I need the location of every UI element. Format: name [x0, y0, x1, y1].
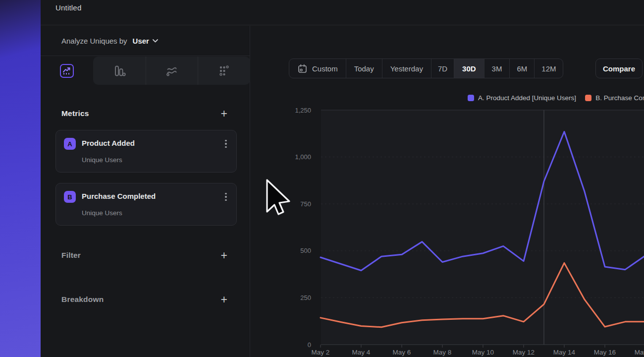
- range-button-custom[interactable]: Custom: [289, 59, 346, 78]
- compare-button[interactable]: Compare: [595, 59, 643, 78]
- metric-menu-button[interactable]: [221, 138, 230, 149]
- legend-swatch-b: [585, 95, 591, 101]
- chevron-down-icon: [153, 39, 158, 43]
- x-axis-label: May 14: [553, 349, 576, 356]
- left-gradient-strip: [0, 0, 41, 357]
- y-axis-label: 750: [300, 200, 311, 208]
- x-axis-label: May 8: [433, 349, 452, 356]
- breakdown-header: Breakdown +: [41, 292, 250, 307]
- analyze-by-dropdown[interactable]: User: [133, 37, 158, 45]
- range-label: Custom: [312, 64, 338, 73]
- app-window: Untitled Analyze Uniques by User: [0, 0, 644, 357]
- y-axis-label: 500: [300, 247, 311, 254]
- filter-title: Filter: [61, 251, 81, 260]
- analyze-by-value: User: [133, 37, 149, 45]
- x-axis-label: May 4: [352, 349, 371, 356]
- analyze-by-label: Analyze Uniques by: [61, 37, 127, 45]
- line-chart-icon: [60, 64, 74, 78]
- metric-name: Product Added: [82, 139, 135, 147]
- legend-label: A. Product Added [Unique Users]: [478, 94, 576, 102]
- range-label: Today: [354, 64, 374, 73]
- calendar-icon: [297, 63, 308, 74]
- range-button-6m[interactable]: 6M: [509, 59, 534, 78]
- legend-item-b[interactable]: B. Purchase Completed [Unique Users]: [585, 94, 644, 102]
- date-range-selector: Custom Today Yesterday 7D 30D 3M 6M 12M: [289, 59, 563, 78]
- legend-item-a[interactable]: A. Product Added [Unique Users]: [468, 94, 576, 102]
- plot-area: [321, 110, 644, 345]
- range-button-12m[interactable]: 12M: [534, 59, 563, 78]
- add-metric-button[interactable]: +: [221, 108, 227, 119]
- grid-dots-icon: [217, 64, 230, 77]
- metrics-title: Metrics: [61, 109, 89, 118]
- analyze-by-row: Analyze Uniques by User: [41, 26, 250, 56]
- range-label: 6M: [517, 64, 527, 73]
- add-filter-button[interactable]: +: [221, 250, 227, 261]
- y-axis-label: 250: [300, 294, 311, 301]
- filter-header: Filter +: [41, 248, 250, 263]
- x-axis-label: May 2: [312, 349, 330, 356]
- page-title: Untitled: [55, 3, 81, 12]
- legend-swatch-a: [468, 95, 474, 101]
- range-button-7d[interactable]: 7D: [431, 59, 454, 78]
- tab-stream[interactable]: [146, 57, 198, 85]
- range-label: 7D: [438, 64, 447, 73]
- metric-menu-button[interactable]: [221, 191, 230, 202]
- y-axis-label: 1,000: [295, 153, 311, 161]
- legend-label: B. Purchase Completed [Unique Users]: [595, 94, 644, 102]
- range-button-today[interactable]: Today: [346, 59, 382, 78]
- y-axis-label: 1,250: [295, 107, 311, 114]
- sidebar: Analyze Uniques by User: [41, 26, 250, 357]
- compare-label: Compare: [603, 64, 635, 73]
- add-breakdown-button[interactable]: +: [221, 294, 227, 305]
- range-button-30d[interactable]: 30D: [454, 59, 484, 78]
- metric-card-b[interactable]: B Purchase Completed Unique Users: [55, 183, 237, 226]
- metric-subtitle: Unique Users: [82, 156, 122, 164]
- chart-panel: 02505007501,0001,250May 2May 4May 6May 8…: [250, 25, 644, 357]
- metric-name: Purchase Completed: [82, 192, 156, 200]
- chart-type-tabs-inactive: [93, 57, 250, 85]
- chart-legend: A. Product Added [Unique Users] B. Purch…: [468, 94, 644, 102]
- x-axis-label: May 12: [513, 349, 535, 356]
- stream-icon: [165, 64, 178, 77]
- range-button-3m[interactable]: 3M: [484, 59, 510, 78]
- metrics-header: Metrics +: [41, 106, 250, 121]
- x-axis-label: May 6: [393, 349, 411, 356]
- breakdown-title: Breakdown: [61, 295, 104, 304]
- tab-grid-dots[interactable]: [198, 57, 250, 85]
- metric-badge-b: B: [64, 191, 76, 203]
- metric-subtitle: Unique Users: [82, 209, 122, 217]
- metric-card-a[interactable]: A Product Added Unique Users: [55, 130, 237, 173]
- x-axis-label: May 16: [594, 349, 616, 356]
- x-axis-label: May 18: [635, 349, 644, 356]
- range-button-yesterday[interactable]: Yesterday: [382, 59, 431, 78]
- x-axis-label: May 10: [472, 349, 494, 356]
- range-label: Yesterday: [390, 64, 423, 73]
- bar-chart-icon: [113, 64, 126, 77]
- tab-bar-chart[interactable]: [93, 57, 146, 85]
- y-axis-label: 0: [308, 341, 311, 349]
- metric-badge-a: A: [64, 138, 76, 150]
- range-label: 12M: [541, 64, 556, 73]
- top-bar: Untitled: [41, 0, 644, 25]
- range-label: 3M: [492, 64, 502, 73]
- range-label: 30D: [462, 64, 476, 73]
- tab-line-chart[interactable]: [41, 57, 93, 85]
